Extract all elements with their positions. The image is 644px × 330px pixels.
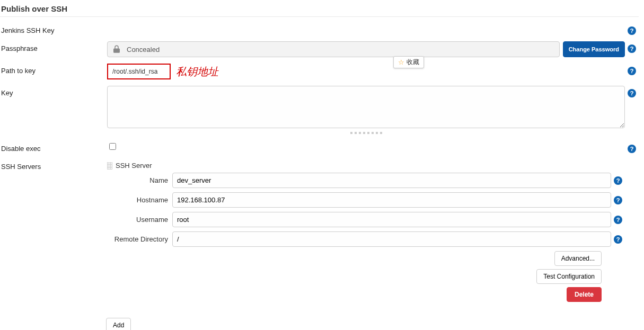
ssh-servers-label: SSH Servers	[0, 159, 107, 171]
path-to-key-annotation: 私钥地址	[176, 65, 218, 79]
star-icon: ☆	[398, 58, 404, 66]
ssh-server-heading: SSH Server	[116, 162, 152, 170]
server-name-label: Name	[107, 176, 172, 184]
server-name-input[interactable]	[172, 173, 611, 188]
server-username-input[interactable]	[172, 212, 611, 227]
server-advanced-button[interactable]: Advanced...	[554, 251, 602, 266]
passphrase-concealed-box: Concealed	[107, 41, 560, 57]
delete-button[interactable]: Delete	[567, 287, 602, 302]
path-to-key-value[interactable]: /root/.ssh/id_rsa	[107, 64, 171, 79]
help-icon[interactable]: ?	[628, 44, 636, 53]
help-icon[interactable]: ?	[628, 89, 636, 97]
concealed-text: Concealed	[127, 46, 160, 53]
jenkins-ssh-key-label: Jenkins SSH Key	[0, 23, 107, 34]
path-to-key-label: Path to key	[0, 64, 107, 75]
disable-exec-checkbox[interactable]	[109, 143, 116, 150]
server-username-label: Username	[107, 216, 172, 224]
help-icon[interactable]: ?	[614, 235, 622, 244]
help-icon[interactable]: ?	[628, 26, 636, 35]
server-remote-dir-label: Remote Directory	[107, 235, 172, 243]
help-icon[interactable]: ?	[628, 67, 636, 75]
server-hostname-input[interactable]	[172, 192, 611, 208]
add-button[interactable]: Add	[106, 318, 131, 330]
server-remote-dir-input[interactable]	[172, 231, 611, 247]
disable-exec-label: Disable exec	[0, 141, 107, 153]
bookmark-popup[interactable]: ☆ 收藏	[393, 56, 424, 68]
change-password-button[interactable]: Change Password	[563, 41, 625, 57]
bookmark-text: 收藏	[407, 58, 419, 67]
help-icon[interactable]: ?	[614, 196, 622, 204]
lock-icon	[112, 44, 121, 54]
help-icon[interactable]: ?	[614, 216, 622, 224]
drag-handle-icon[interactable]	[107, 162, 112, 170]
help-icon[interactable]: ?	[614, 176, 622, 185]
server-hostname-label: Hostname	[107, 196, 172, 204]
key-label: Key	[0, 86, 107, 97]
section-title: Publish over SSH	[0, 0, 639, 17]
passphrase-label: Passphrase	[0, 41, 107, 52]
test-configuration-button[interactable]: Test Configuration	[536, 269, 602, 284]
resize-grip[interactable]	[350, 132, 382, 134]
key-textarea[interactable]	[107, 86, 625, 128]
help-icon[interactable]: ?	[628, 145, 636, 153]
